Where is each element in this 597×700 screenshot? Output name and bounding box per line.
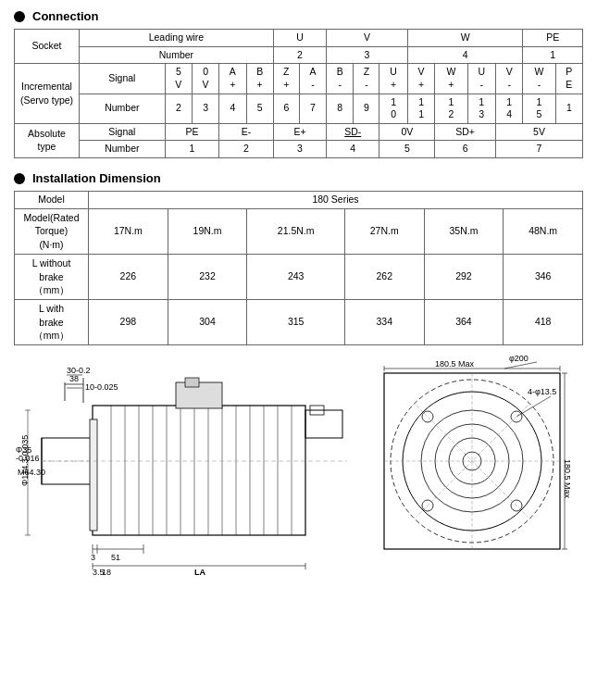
svg-point-48 — [422, 411, 433, 422]
num-12: 12 — [435, 94, 467, 123]
num-2: 2 — [165, 94, 192, 123]
connection-title: Connection — [32, 9, 99, 23]
l-brake-48: 418 — [504, 299, 583, 344]
l-no-brake-17: 226 — [89, 254, 168, 299]
right-diagram-svg: φ200 4-φ13.5 180.5 Max 180.5 Max — [366, 355, 578, 577]
num-6: 6 — [273, 94, 299, 123]
w-number: 4 — [407, 46, 522, 64]
dim-18-text: 18 — [102, 568, 111, 577]
sig-bp: B+ — [246, 64, 273, 94]
series-label: 180 Series — [89, 192, 583, 209]
sig-zp: Z+ — [273, 64, 299, 94]
sig-up: U+ — [379, 64, 407, 94]
abs-sig-sdp: SD+ — [435, 123, 496, 141]
u-label: U — [273, 30, 326, 47]
leading-wire-label: Leading wire — [80, 30, 274, 47]
l-brake-label: L withbrake（mm） — [15, 299, 89, 344]
num-3: 3 — [192, 94, 218, 123]
signal-label: Signal — [80, 64, 166, 94]
pe-label: PE — [523, 30, 583, 47]
v-label: V — [327, 30, 408, 47]
l-no-brake-27: 262 — [344, 254, 424, 299]
dim-180-top: 180.5 Max — [435, 359, 475, 369]
svg-rect-5 — [93, 406, 305, 535]
num-9: 9 — [354, 94, 379, 123]
u-number: 2 — [273, 46, 326, 64]
abs-sig-pe: PE — [165, 123, 219, 141]
abs-number-label: Number — [80, 141, 166, 158]
model-col-label: Model — [15, 192, 89, 209]
num-7: 7 — [299, 94, 326, 123]
torque-48: 48N.m — [504, 208, 583, 254]
sig-wp: W+ — [435, 64, 467, 94]
num-11: 11 — [407, 94, 434, 123]
svg-rect-28 — [185, 378, 199, 387]
sig-zm: Z- — [354, 64, 379, 94]
right-diagram: φ200 4-φ13.5 180.5 Max 180.5 Max — [366, 355, 583, 579]
model-rated-torque: Model(Rated Torque)(N·m) — [15, 208, 89, 254]
abs-sig-0v: 0V — [379, 123, 435, 141]
l-brake-21: 315 — [247, 299, 344, 344]
l-no-brake-21: 243 — [247, 254, 344, 299]
abs-num-3: 3 — [273, 141, 326, 158]
abs-num-5: 5 — [379, 141, 435, 158]
sig-um: U- — [467, 64, 495, 94]
dim-3-text: 3 — [91, 553, 95, 562]
svg-line-57 — [516, 396, 551, 417]
installation-table: Model 180 Series Model(Rated Torque)(N·m… — [14, 191, 583, 345]
v-number: 3 — [327, 46, 408, 64]
connection-table: Socket Leading wire U V W PE Number 2 3 … — [14, 29, 583, 158]
sig-ap: A+ — [219, 64, 246, 94]
l-brake-27: 334 — [344, 299, 424, 344]
l-brake-17: 298 — [89, 299, 168, 344]
l-no-brake-35: 292 — [424, 254, 504, 299]
sig-vm: V- — [496, 64, 523, 94]
sig-wm: W- — [523, 64, 555, 94]
sig-bm: B- — [327, 64, 354, 94]
torque-21: 21.5N.m — [247, 208, 344, 254]
incremental-label: Incremental(Servo type) — [15, 64, 80, 124]
phi114-text: Φ114.3-0.035 — [20, 435, 30, 486]
installation-header: Installation Dimension — [14, 171, 583, 185]
num-15: 15 — [523, 94, 555, 123]
leading-number: Number — [80, 46, 274, 64]
torque-35: 35N.m — [424, 208, 504, 254]
torque-17: 17N.m — [89, 208, 168, 254]
la-text: LA — [194, 568, 205, 577]
installation-title: Installation Dimension — [32, 171, 161, 185]
sig-0v: 0V — [192, 64, 218, 94]
num-8: 8 — [327, 94, 354, 123]
abs-num-2: 2 — [219, 141, 274, 158]
left-diagram-svg: 38 30-0.2 10-0.025 — [14, 355, 356, 577]
l-brake-19: 304 — [168, 299, 247, 344]
abs-sig-sd: SD- — [327, 123, 379, 141]
l-brake-35: 364 — [424, 299, 504, 344]
torque-27: 27N.m — [344, 208, 424, 254]
diagram-area: 38 30-0.2 10-0.025 — [14, 355, 583, 579]
num-14: 14 — [496, 94, 523, 123]
dim-51-text: 51 — [111, 553, 120, 562]
num-5: 5 — [246, 94, 273, 123]
bullet-icon-2 — [14, 173, 25, 184]
l-no-brake-label: L withoutbrake（mm） — [15, 254, 89, 299]
dim-38-text: 38 — [69, 374, 79, 383]
l-no-brake-19: 232 — [168, 254, 247, 299]
dim-180-right: 180.5 Max — [563, 459, 572, 499]
abs-num-4: 4 — [327, 141, 379, 158]
num-1: 1 — [555, 94, 582, 123]
svg-rect-26 — [90, 419, 97, 531]
connection-header: Connection — [14, 9, 583, 23]
torque-19: 19N.m — [168, 208, 247, 254]
abs-num-1: 1 — [165, 141, 219, 158]
abs-sig-em: E- — [219, 123, 274, 141]
number-label: Number — [80, 94, 166, 123]
dim-10-text: 10-0.025 — [85, 382, 118, 392]
num-10: 10 — [379, 94, 407, 123]
abs-num-7: 7 — [496, 141, 583, 158]
abs-sig-ep: E+ — [273, 123, 326, 141]
pe-number: 1 — [523, 46, 583, 64]
sig-pe: PE — [555, 64, 582, 94]
abs-signal-label: Signal — [80, 123, 166, 141]
left-diagram: 38 30-0.2 10-0.025 — [14, 355, 356, 579]
sig-5v: 5V — [165, 64, 192, 94]
